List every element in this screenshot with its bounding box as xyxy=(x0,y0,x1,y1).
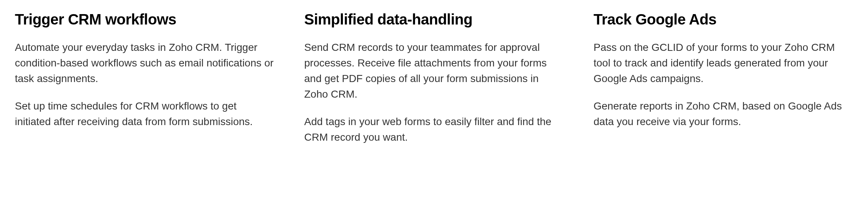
column-paragraph: Set up time schedules for CRM workflows … xyxy=(15,98,274,130)
feature-column-2: Simplified data-handling Send CRM record… xyxy=(304,11,564,145)
feature-column-1: Trigger CRM workflows Automate your ever… xyxy=(15,11,274,145)
column-paragraph: Add tags in your web forms to easily fil… xyxy=(304,114,564,145)
column-paragraph: Send CRM records to your teammates for a… xyxy=(304,40,564,102)
column-paragraph: Generate reports in Zoho CRM, based on G… xyxy=(594,98,853,130)
column-paragraph: Automate your everyday tasks in Zoho CRM… xyxy=(15,40,274,86)
feature-columns: Trigger CRM workflows Automate your ever… xyxy=(15,11,853,145)
column-paragraph: Pass on the GCLID of your forms to your … xyxy=(594,40,853,86)
feature-column-3: Track Google Ads Pass on the GCLID of yo… xyxy=(594,11,853,145)
column-heading: Simplified data-handling xyxy=(304,11,564,28)
column-heading: Track Google Ads xyxy=(594,11,853,28)
column-heading: Trigger CRM workflows xyxy=(15,11,274,28)
